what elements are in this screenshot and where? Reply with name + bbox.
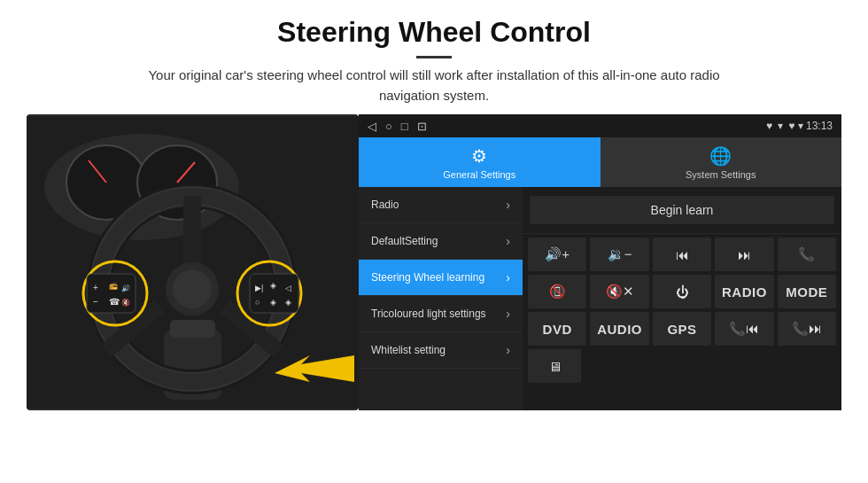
mode-label: MODE bbox=[786, 284, 827, 300]
svg-text:◈: ◈ bbox=[285, 298, 291, 307]
chevron-right-icon: › bbox=[506, 307, 510, 321]
head-unit: ◁ ○ □ ⊡ ♥ ▾ ♥ ▾ 13:13 ⚙ General Settings… bbox=[359, 114, 841, 410]
next-track-button[interactable]: ⏭ bbox=[715, 238, 773, 271]
svg-rect-17 bbox=[87, 274, 136, 313]
phone-answer-button[interactable]: 📞 bbox=[778, 238, 836, 271]
svg-text:+: + bbox=[93, 283, 98, 292]
chevron-right-icon: › bbox=[506, 270, 510, 284]
page-header: Steering Wheel Control Your original car… bbox=[0, 0, 868, 114]
menu-default-label: DefaultSetting bbox=[371, 235, 438, 247]
tab-general-settings[interactable]: ⚙ General Settings bbox=[359, 137, 601, 187]
radio-button[interactable]: RADIO bbox=[715, 275, 773, 308]
header-divider bbox=[416, 56, 452, 58]
page-title: Steering Wheel Control bbox=[53, 16, 815, 49]
mode-button[interactable]: MODE bbox=[778, 275, 836, 308]
svg-text:◈: ◈ bbox=[270, 281, 276, 290]
page-description: Your original car's steering wheel contr… bbox=[124, 66, 744, 105]
phone-end-button[interactable]: 📵 bbox=[528, 275, 586, 308]
svg-rect-7 bbox=[170, 320, 215, 338]
svg-text:📻: 📻 bbox=[109, 281, 118, 290]
volume-down-button[interactable]: 🔉− bbox=[590, 238, 648, 271]
button-grid: 🔊+ 🔉− ⏮ ⏭ 📞 bbox=[523, 234, 841, 390]
status-bar: ◁ ○ □ ⊡ ♥ ▾ ♥ ▾ 13:13 bbox=[359, 114, 841, 137]
phone-icon: 📞 bbox=[798, 246, 815, 262]
chevron-right-icon: › bbox=[506, 234, 510, 248]
menu-item-radio[interactable]: Radio › bbox=[359, 187, 523, 223]
volume-up-icon: 🔊+ bbox=[545, 246, 570, 262]
tel-prev-button[interactable]: 📞⏮ bbox=[715, 312, 773, 346]
dvd-label: DVD bbox=[543, 322, 572, 337]
button-row-4: 🖥 bbox=[528, 349, 836, 383]
begin-learn-button[interactable]: Begin learn bbox=[530, 196, 834, 224]
status-bar-info: ♥ ▾ ♥ ▾ 13:13 bbox=[766, 120, 833, 132]
content-area: + 📻 − ☎ 🔊 🔇 ▶| ◈ ○ ◈ ◁ ◈ ◁ ○ □ bbox=[0, 114, 868, 410]
location-icon: ♥ bbox=[766, 120, 772, 132]
power-icon: ⏻ bbox=[676, 284, 689, 300]
svg-text:−: − bbox=[93, 297, 98, 307]
menu-item-default-setting[interactable]: DefaultSetting › bbox=[359, 223, 523, 260]
gps-label: GPS bbox=[667, 322, 696, 337]
phone-end-icon: 📵 bbox=[549, 284, 566, 300]
audio-label: AUDIO bbox=[597, 322, 642, 337]
gps-button[interactable]: GPS bbox=[653, 312, 711, 346]
prev-track-button[interactable]: ⏮ bbox=[653, 238, 711, 271]
right-panel: Begin learn 🔊+ 🔉− ⏮ bbox=[523, 187, 841, 410]
volume-up-button[interactable]: 🔊+ bbox=[528, 238, 586, 271]
system-settings-icon: 🌐 bbox=[709, 145, 732, 167]
svg-text:🔇: 🔇 bbox=[121, 298, 130, 307]
wifi-icon: ▾ bbox=[778, 120, 783, 132]
back-icon[interactable]: ◁ bbox=[368, 120, 376, 133]
main-content: Radio › DefaultSetting › Steering Wheel … bbox=[359, 187, 841, 410]
power-button[interactable]: ⏻ bbox=[653, 275, 711, 308]
svg-text:☎: ☎ bbox=[109, 297, 120, 307]
dvd-button[interactable]: DVD bbox=[528, 312, 586, 346]
next-track-icon: ⏭ bbox=[738, 247, 751, 262]
tel-next-button[interactable]: 📞⏭ bbox=[778, 312, 836, 346]
svg-text:○: ○ bbox=[255, 298, 260, 307]
svg-text:🔊: 🔊 bbox=[121, 284, 130, 292]
status-bar-nav-icons: ◁ ○ □ ⊡ bbox=[368, 120, 427, 133]
menu-item-whitelist[interactable]: Whitelist setting › bbox=[359, 332, 523, 369]
home-icon[interactable]: ○ bbox=[385, 120, 392, 133]
menu-steering-label: Steering Wheel learning bbox=[371, 271, 484, 284]
tab-bar: ⚙ General Settings 🌐 System Settings bbox=[359, 137, 841, 187]
prev-track-icon: ⏮ bbox=[676, 247, 689, 262]
chevron-right-icon: › bbox=[506, 198, 510, 212]
display-icon: 🖥 bbox=[548, 359, 562, 374]
menu-whitelist-label: Whitelist setting bbox=[371, 344, 446, 356]
tab-system-settings[interactable]: 🌐 System Settings bbox=[601, 137, 842, 187]
radio-label: RADIO bbox=[722, 284, 767, 300]
steering-wheel-image: + 📻 − ☎ 🔊 🔇 ▶| ◈ ○ ◈ ◁ ◈ bbox=[27, 114, 359, 410]
begin-learn-row: Begin learn bbox=[523, 187, 841, 234]
mute-icon: 🔇✕ bbox=[606, 284, 634, 300]
svg-text:◈: ◈ bbox=[270, 298, 276, 307]
tab-general-label: General Settings bbox=[443, 169, 515, 180]
button-row-1: 🔊+ 🔉− ⏮ ⏭ 📞 bbox=[528, 238, 836, 271]
menu-item-tricoloured[interactable]: Tricoloured light settings › bbox=[359, 296, 523, 332]
menu-list: Radio › DefaultSetting › Steering Wheel … bbox=[359, 187, 523, 410]
button-row-2: 📵 🔇✕ ⏻ RADIO MODE bbox=[528, 275, 836, 308]
menu-radio-label: Radio bbox=[371, 199, 399, 211]
svg-point-15 bbox=[173, 269, 212, 308]
menu-tricoloured-label: Tricoloured light settings bbox=[371, 308, 486, 320]
tab-system-label: System Settings bbox=[686, 169, 756, 180]
svg-text:◁: ◁ bbox=[285, 284, 291, 292]
mute-button[interactable]: 🔇✕ bbox=[590, 275, 648, 308]
audio-button[interactable]: AUDIO bbox=[590, 312, 648, 346]
tel-prev-icon: 📞⏮ bbox=[729, 321, 759, 337]
chevron-right-icon: › bbox=[506, 343, 510, 357]
screenshot-icon[interactable]: ⊡ bbox=[417, 120, 427, 133]
clock: ♥ ▾ 13:13 bbox=[788, 120, 833, 132]
general-settings-icon: ⚙ bbox=[471, 145, 487, 167]
volume-down-icon: 🔉− bbox=[608, 246, 632, 262]
recents-icon[interactable]: □ bbox=[401, 120, 408, 133]
tel-next-icon: 📞⏭ bbox=[792, 321, 822, 337]
button-row-3: DVD AUDIO GPS 📞⏮ 📞⏭ bbox=[528, 312, 836, 346]
svg-rect-25 bbox=[250, 274, 298, 313]
menu-item-steering-wheel[interactable]: Steering Wheel learning › bbox=[359, 260, 523, 296]
svg-text:▶|: ▶| bbox=[255, 284, 263, 292]
extra-button[interactable]: 🖥 bbox=[528, 349, 581, 383]
